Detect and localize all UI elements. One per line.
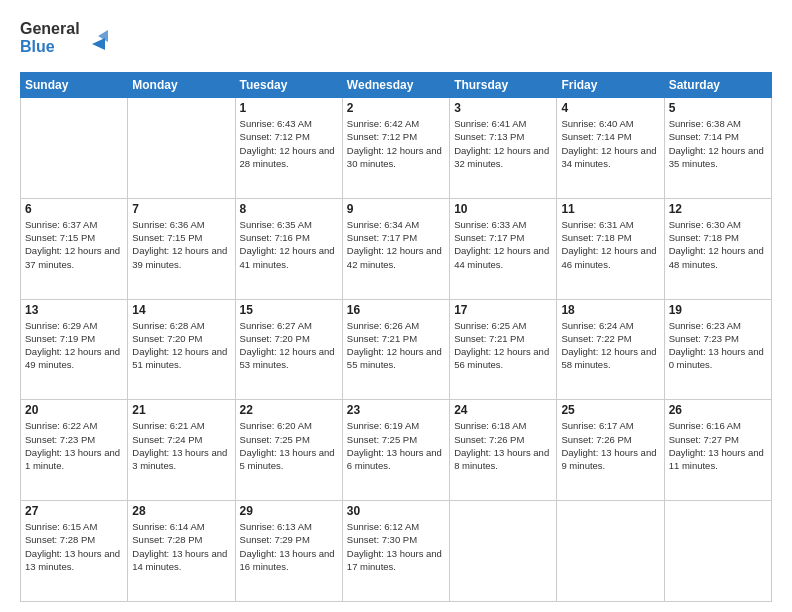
day-number: 24 — [454, 403, 552, 417]
day-info: Sunrise: 6:26 AM Sunset: 7:21 PM Dayligh… — [347, 319, 445, 372]
day-info: Sunrise: 6:41 AM Sunset: 7:13 PM Dayligh… — [454, 117, 552, 170]
calendar-day-cell: 5Sunrise: 6:38 AM Sunset: 7:14 PM Daylig… — [664, 98, 771, 199]
calendar-week-row: 27Sunrise: 6:15 AM Sunset: 7:28 PM Dayli… — [21, 501, 772, 602]
calendar-week-row: 1Sunrise: 6:43 AM Sunset: 7:12 PM Daylig… — [21, 98, 772, 199]
calendar-day-cell: 3Sunrise: 6:41 AM Sunset: 7:13 PM Daylig… — [450, 98, 557, 199]
day-info: Sunrise: 6:15 AM Sunset: 7:28 PM Dayligh… — [25, 520, 123, 573]
calendar-day-cell: 22Sunrise: 6:20 AM Sunset: 7:25 PM Dayli… — [235, 400, 342, 501]
day-info: Sunrise: 6:24 AM Sunset: 7:22 PM Dayligh… — [561, 319, 659, 372]
day-number: 9 — [347, 202, 445, 216]
header: General Blue — [20, 16, 772, 62]
calendar-week-row: 6Sunrise: 6:37 AM Sunset: 7:15 PM Daylig… — [21, 198, 772, 299]
day-of-week-header: Thursday — [450, 73, 557, 98]
day-number: 4 — [561, 101, 659, 115]
calendar-week-row: 20Sunrise: 6:22 AM Sunset: 7:23 PM Dayli… — [21, 400, 772, 501]
calendar-day-cell: 10Sunrise: 6:33 AM Sunset: 7:17 PM Dayli… — [450, 198, 557, 299]
calendar-day-cell: 9Sunrise: 6:34 AM Sunset: 7:17 PM Daylig… — [342, 198, 449, 299]
day-info: Sunrise: 6:36 AM Sunset: 7:15 PM Dayligh… — [132, 218, 230, 271]
day-info: Sunrise: 6:16 AM Sunset: 7:27 PM Dayligh… — [669, 419, 767, 472]
day-number: 7 — [132, 202, 230, 216]
day-info: Sunrise: 6:18 AM Sunset: 7:26 PM Dayligh… — [454, 419, 552, 472]
calendar-day-cell: 8Sunrise: 6:35 AM Sunset: 7:16 PM Daylig… — [235, 198, 342, 299]
day-number: 10 — [454, 202, 552, 216]
calendar-table: SundayMondayTuesdayWednesdayThursdayFrid… — [20, 72, 772, 602]
calendar-day-cell: 13Sunrise: 6:29 AM Sunset: 7:19 PM Dayli… — [21, 299, 128, 400]
calendar-day-cell: 29Sunrise: 6:13 AM Sunset: 7:29 PM Dayli… — [235, 501, 342, 602]
day-number: 8 — [240, 202, 338, 216]
day-number: 23 — [347, 403, 445, 417]
day-info: Sunrise: 6:27 AM Sunset: 7:20 PM Dayligh… — [240, 319, 338, 372]
svg-text:General: General — [20, 20, 80, 37]
calendar-day-cell: 19Sunrise: 6:23 AM Sunset: 7:23 PM Dayli… — [664, 299, 771, 400]
day-info: Sunrise: 6:22 AM Sunset: 7:23 PM Dayligh… — [25, 419, 123, 472]
page: General Blue SundayMondayTuesdayWednesda… — [0, 0, 792, 612]
day-info: Sunrise: 6:12 AM Sunset: 7:30 PM Dayligh… — [347, 520, 445, 573]
svg-text:Blue: Blue — [20, 38, 55, 55]
logo-text: General Blue — [20, 16, 110, 62]
calendar-day-cell: 6Sunrise: 6:37 AM Sunset: 7:15 PM Daylig… — [21, 198, 128, 299]
day-number: 29 — [240, 504, 338, 518]
day-number: 22 — [240, 403, 338, 417]
calendar-week-row: 13Sunrise: 6:29 AM Sunset: 7:19 PM Dayli… — [21, 299, 772, 400]
calendar-day-cell — [557, 501, 664, 602]
calendar-day-cell: 25Sunrise: 6:17 AM Sunset: 7:26 PM Dayli… — [557, 400, 664, 501]
calendar-day-cell: 21Sunrise: 6:21 AM Sunset: 7:24 PM Dayli… — [128, 400, 235, 501]
day-number: 5 — [669, 101, 767, 115]
calendar-day-cell: 20Sunrise: 6:22 AM Sunset: 7:23 PM Dayli… — [21, 400, 128, 501]
calendar-header-row: SundayMondayTuesdayWednesdayThursdayFrid… — [21, 73, 772, 98]
day-of-week-header: Wednesday — [342, 73, 449, 98]
day-info: Sunrise: 6:13 AM Sunset: 7:29 PM Dayligh… — [240, 520, 338, 573]
day-info: Sunrise: 6:17 AM Sunset: 7:26 PM Dayligh… — [561, 419, 659, 472]
day-number: 19 — [669, 303, 767, 317]
calendar-day-cell: 28Sunrise: 6:14 AM Sunset: 7:28 PM Dayli… — [128, 501, 235, 602]
day-info: Sunrise: 6:30 AM Sunset: 7:18 PM Dayligh… — [669, 218, 767, 271]
calendar-day-cell: 16Sunrise: 6:26 AM Sunset: 7:21 PM Dayli… — [342, 299, 449, 400]
calendar-day-cell — [128, 98, 235, 199]
day-info: Sunrise: 6:38 AM Sunset: 7:14 PM Dayligh… — [669, 117, 767, 170]
calendar-day-cell: 17Sunrise: 6:25 AM Sunset: 7:21 PM Dayli… — [450, 299, 557, 400]
day-number: 13 — [25, 303, 123, 317]
day-number: 25 — [561, 403, 659, 417]
day-number: 27 — [25, 504, 123, 518]
day-info: Sunrise: 6:35 AM Sunset: 7:16 PM Dayligh… — [240, 218, 338, 271]
day-number: 17 — [454, 303, 552, 317]
day-info: Sunrise: 6:19 AM Sunset: 7:25 PM Dayligh… — [347, 419, 445, 472]
day-number: 14 — [132, 303, 230, 317]
day-of-week-header: Tuesday — [235, 73, 342, 98]
day-number: 1 — [240, 101, 338, 115]
day-info: Sunrise: 6:20 AM Sunset: 7:25 PM Dayligh… — [240, 419, 338, 472]
logo: General Blue — [20, 16, 110, 62]
day-info: Sunrise: 6:43 AM Sunset: 7:12 PM Dayligh… — [240, 117, 338, 170]
calendar-day-cell: 7Sunrise: 6:36 AM Sunset: 7:15 PM Daylig… — [128, 198, 235, 299]
day-of-week-header: Sunday — [21, 73, 128, 98]
day-info: Sunrise: 6:31 AM Sunset: 7:18 PM Dayligh… — [561, 218, 659, 271]
day-info: Sunrise: 6:42 AM Sunset: 7:12 PM Dayligh… — [347, 117, 445, 170]
day-info: Sunrise: 6:23 AM Sunset: 7:23 PM Dayligh… — [669, 319, 767, 372]
day-number: 21 — [132, 403, 230, 417]
calendar-day-cell: 4Sunrise: 6:40 AM Sunset: 7:14 PM Daylig… — [557, 98, 664, 199]
day-number: 20 — [25, 403, 123, 417]
calendar-day-cell: 2Sunrise: 6:42 AM Sunset: 7:12 PM Daylig… — [342, 98, 449, 199]
day-number: 30 — [347, 504, 445, 518]
calendar-day-cell: 15Sunrise: 6:27 AM Sunset: 7:20 PM Dayli… — [235, 299, 342, 400]
calendar-day-cell: 1Sunrise: 6:43 AM Sunset: 7:12 PM Daylig… — [235, 98, 342, 199]
day-info: Sunrise: 6:37 AM Sunset: 7:15 PM Dayligh… — [25, 218, 123, 271]
calendar-day-cell: 12Sunrise: 6:30 AM Sunset: 7:18 PM Dayli… — [664, 198, 771, 299]
day-info: Sunrise: 6:28 AM Sunset: 7:20 PM Dayligh… — [132, 319, 230, 372]
calendar-day-cell — [450, 501, 557, 602]
calendar-day-cell: 11Sunrise: 6:31 AM Sunset: 7:18 PM Dayli… — [557, 198, 664, 299]
day-number: 16 — [347, 303, 445, 317]
day-number: 26 — [669, 403, 767, 417]
calendar-day-cell: 27Sunrise: 6:15 AM Sunset: 7:28 PM Dayli… — [21, 501, 128, 602]
day-info: Sunrise: 6:14 AM Sunset: 7:28 PM Dayligh… — [132, 520, 230, 573]
calendar-day-cell: 26Sunrise: 6:16 AM Sunset: 7:27 PM Dayli… — [664, 400, 771, 501]
day-of-week-header: Saturday — [664, 73, 771, 98]
day-number: 3 — [454, 101, 552, 115]
day-info: Sunrise: 6:29 AM Sunset: 7:19 PM Dayligh… — [25, 319, 123, 372]
day-info: Sunrise: 6:40 AM Sunset: 7:14 PM Dayligh… — [561, 117, 659, 170]
day-info: Sunrise: 6:34 AM Sunset: 7:17 PM Dayligh… — [347, 218, 445, 271]
day-number: 6 — [25, 202, 123, 216]
day-number: 28 — [132, 504, 230, 518]
day-info: Sunrise: 6:33 AM Sunset: 7:17 PM Dayligh… — [454, 218, 552, 271]
calendar-day-cell: 14Sunrise: 6:28 AM Sunset: 7:20 PM Dayli… — [128, 299, 235, 400]
